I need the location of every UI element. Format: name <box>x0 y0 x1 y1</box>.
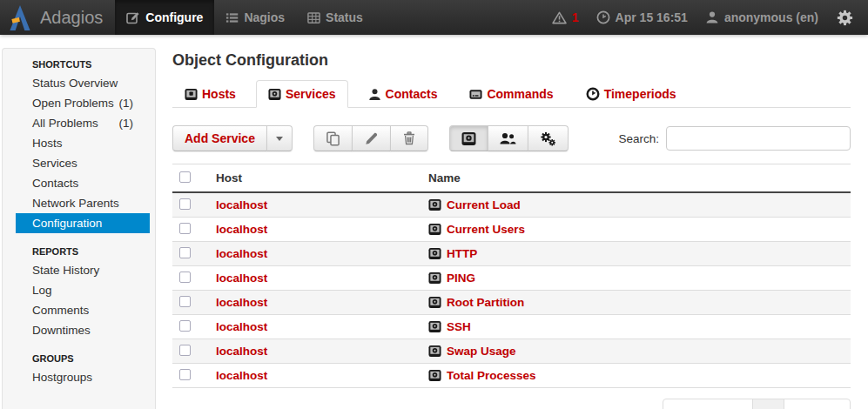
service-icon <box>268 88 281 101</box>
service-icon <box>428 345 441 358</box>
service-icon <box>428 320 441 333</box>
filter-contacts-button[interactable] <box>488 125 528 151</box>
sidebar-item-log[interactable]: Log <box>16 280 150 300</box>
tab-timeperiods[interactable]: Timeperiods <box>574 80 689 108</box>
sidebar-item-services[interactable]: Services <box>16 153 150 173</box>
list-icon <box>225 11 239 24</box>
sidebar-item-state-history[interactable]: State History <box>16 260 150 280</box>
search-label: Search: <box>618 132 659 145</box>
delete-button[interactable] <box>390 125 428 151</box>
service-link[interactable]: Current Load <box>447 198 521 211</box>
host-link[interactable]: localhost <box>216 345 267 358</box>
tab-hosts[interactable]: Hosts <box>172 80 248 108</box>
host-icon <box>185 88 198 101</box>
sidebar-heading-shortcuts: SHORTCUTS <box>16 57 150 72</box>
tab-services[interactable]: Services <box>256 80 348 108</box>
service-link[interactable]: Swap Usage <box>447 345 516 358</box>
tab-label: Contacts <box>386 87 438 101</box>
row-checkbox[interactable] <box>179 320 191 332</box>
tab-label: Commands <box>487 87 553 101</box>
row-checkbox[interactable] <box>179 247 191 258</box>
service-link[interactable]: PING <box>447 272 475 285</box>
sidebar-heading-groups: GROUPS <box>16 351 150 366</box>
service-icon <box>428 247 441 260</box>
sidebar-item-open-problems[interactable]: Open Problems(1) <box>16 93 150 113</box>
row-checkbox[interactable] <box>179 345 191 356</box>
copy-button[interactable] <box>313 125 353 151</box>
service-icon <box>428 272 441 285</box>
service-icon <box>428 198 441 211</box>
host-link[interactable]: localhost <box>216 223 267 236</box>
row-checkbox[interactable] <box>179 369 191 380</box>
sidebar-item-hostgroups[interactable]: Hostgroups <box>16 367 150 387</box>
sidebar-item-network-parents[interactable]: Network Parents <box>16 193 150 213</box>
search-input[interactable] <box>666 126 851 151</box>
host-link[interactable]: localhost <box>216 296 267 309</box>
sidebar-item-hosts[interactable]: Hosts <box>16 133 150 153</box>
host-link[interactable]: localhost <box>216 198 267 211</box>
adagios-logo-icon <box>9 5 31 30</box>
services-table: Host Name localhost Current Load localho… <box>172 164 851 388</box>
table-row: localhost Current Users <box>172 218 851 242</box>
object-type-tabs: Hosts Services <box>172 80 851 108</box>
alerts-indicator[interactable]: 1 <box>543 10 588 24</box>
sidebar-item-configuration[interactable]: Configuration <box>16 213 150 233</box>
add-service-button[interactable]: Add Service <box>172 125 267 151</box>
tab-label: Hosts <box>202 87 236 101</box>
clock-bold-icon <box>586 87 600 101</box>
alert-count: 1 <box>572 10 579 24</box>
user-icon <box>705 10 719 24</box>
edit-button[interactable] <box>352 125 391 151</box>
pencil-icon <box>364 131 379 146</box>
filter-services-button[interactable] <box>449 125 488 151</box>
nav-item-nagios[interactable]: Nagios <box>214 0 296 35</box>
sidebar-item-contacts[interactable]: Contacts <box>16 173 150 193</box>
service-link[interactable]: Root Partition <box>447 296 524 309</box>
row-checkbox[interactable] <box>179 296 191 307</box>
nav-item-configure[interactable]: Configure <box>115 0 214 35</box>
previous-page-button[interactable]: ← Previous <box>663 399 753 409</box>
host-link[interactable]: localhost <box>216 320 267 333</box>
column-header-host[interactable]: Host <box>209 164 421 193</box>
sidebar-item-status-overview[interactable]: Status Overview <box>16 73 150 93</box>
add-service-dropdown-button[interactable] <box>266 125 293 151</box>
top-navbar: Adagios Configure Nagios <box>0 0 868 35</box>
brand[interactable]: Adagios <box>0 0 115 35</box>
nav-item-status[interactable]: Status <box>296 0 374 35</box>
contact-icon <box>368 88 381 101</box>
table-row: localhost Total Processes <box>172 364 851 388</box>
table-toolbar: Add Service <box>172 125 851 151</box>
sidebar-item-downtimes[interactable]: Downtimes <box>16 320 150 340</box>
service-link[interactable]: Total Processes <box>447 369 536 382</box>
row-checkbox[interactable] <box>179 198 191 210</box>
clock-display[interactable]: Apr 15 16:51 <box>588 10 696 24</box>
sidebar-item-all-problems[interactable]: All Problems(1) <box>16 113 150 133</box>
current-page-button[interactable]: 1 <box>752 399 785 409</box>
row-checkbox[interactable] <box>179 272 191 283</box>
service-icon <box>461 131 476 146</box>
row-checkbox[interactable] <box>179 223 191 234</box>
tab-commands[interactable]: Commands <box>457 80 565 108</box>
select-all-checkbox[interactable] <box>179 171 191 183</box>
column-header-name[interactable]: Name <box>421 164 851 193</box>
next-page-button[interactable]: Next → <box>784 399 851 409</box>
tab-contacts[interactable]: Contacts <box>356 80 450 108</box>
host-link[interactable]: localhost <box>216 272 267 285</box>
count-badge: (1) <box>119 97 134 110</box>
count-badge: (1) <box>119 117 134 130</box>
pencil-square-icon <box>126 10 140 24</box>
filter-advanced-button[interactable] <box>528 125 569 151</box>
service-link[interactable]: HTTP <box>447 247 477 260</box>
host-link[interactable]: localhost <box>216 247 267 260</box>
host-link[interactable]: localhost <box>216 369 267 382</box>
table-row: localhost SSH <box>172 315 851 339</box>
sidebar-heading-reports: REPORTS <box>16 244 150 259</box>
user-menu[interactable]: anonymous (en) <box>696 10 827 24</box>
nav-item-label: Configure <box>145 10 203 24</box>
nav-item-label: Status <box>326 10 363 24</box>
table-grid-icon <box>307 11 320 24</box>
settings-gear-button[interactable] <box>827 9 858 27</box>
sidebar-item-comments[interactable]: Comments <box>16 300 150 320</box>
service-link[interactable]: Current Users <box>447 223 525 236</box>
service-link[interactable]: SSH <box>447 320 471 333</box>
